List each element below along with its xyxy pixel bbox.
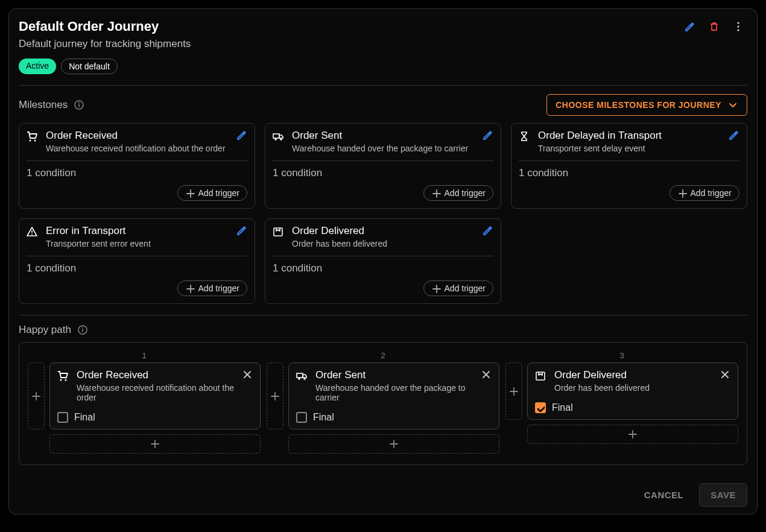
step-title: Order Delivered	[554, 369, 650, 381]
status-badges: Active Not default	[19, 59, 191, 74]
final-checkbox[interactable]	[296, 412, 307, 423]
step-desc: Warehouse handed over the package to car…	[315, 383, 481, 402]
edit-milestone-button[interactable]	[236, 130, 247, 141]
final-checkbox[interactable]	[57, 412, 68, 423]
header: Default Order Journey Default journey fo…	[19, 19, 747, 74]
cart-icon	[57, 370, 69, 382]
happy-path-row: 1 Order Received Warehouse received noti…	[19, 342, 747, 465]
remove-step-button[interactable]	[481, 369, 492, 380]
milestone-title: Order Received	[46, 130, 226, 142]
warning-icon	[27, 226, 39, 238]
package-icon	[273, 226, 285, 238]
package-icon	[535, 370, 547, 382]
milestone-desc: Order has been delivered	[292, 239, 387, 249]
save-button[interactable]: SAVE	[699, 483, 747, 507]
happy-path-step: 2 Order Sent Warehouse handed over the p…	[267, 351, 499, 454]
milestone-desc: Transporter sent error event	[46, 239, 151, 249]
final-toggle[interactable]: Final	[535, 402, 730, 413]
badge-not-default: Not default	[61, 59, 118, 74]
milestone-card: Order Delayed in Transport Transporter s…	[511, 123, 747, 209]
step-card: Order Received Warehouse received notifi…	[49, 363, 261, 429]
milestone-desc: Warehouse received notification about th…	[46, 144, 226, 153]
happy-path-scroll[interactable]: 1 Order Received Warehouse received noti…	[19, 342, 747, 471]
step-desc: Warehouse received notification about th…	[77, 383, 242, 402]
plus-icon	[431, 188, 441, 198]
milestone-title: Order Delayed in Transport	[538, 130, 662, 142]
edit-milestone-button[interactable]	[236, 225, 247, 236]
milestone-card: Order Sent Warehouse handed over the pac…	[265, 123, 501, 209]
footer: CANCEL SAVE	[19, 483, 747, 507]
cart-icon	[27, 131, 39, 143]
choose-milestones-button[interactable]: CHOOSE MILESTONES FOR JOURNEY	[546, 94, 747, 116]
more-menu-button[interactable]	[733, 21, 744, 32]
add-trigger-button[interactable]: Add trigger	[177, 280, 247, 296]
add-step-below-button[interactable]	[527, 425, 738, 444]
milestone-desc: Transporter sent delay event	[538, 144, 662, 153]
milestone-card: Order Received Warehouse received notifi…	[19, 123, 255, 209]
milestone-card: Error in Transport Transporter sent erro…	[19, 218, 255, 304]
cancel-button[interactable]: CANCEL	[636, 484, 692, 506]
chevron-down-icon	[727, 100, 738, 110]
divider	[19, 85, 747, 86]
milestone-desc: Warehouse handed over the package to car…	[292, 144, 468, 153]
step-title: Order Received	[77, 369, 242, 381]
milestones-grid: Order Received Warehouse received notifi…	[19, 123, 747, 304]
add-trigger-button[interactable]: Add trigger	[177, 185, 247, 201]
milestone-condition: 1 condition	[519, 167, 739, 179]
truck-icon	[273, 131, 285, 143]
milestone-title: Order Sent	[292, 130, 468, 142]
milestone-card: Order Delivered Order has been delivered…	[265, 218, 501, 304]
milestones-header: Milestones CHOOSE MILESTONES FOR JOURNEY	[19, 94, 747, 116]
plus-icon	[431, 283, 441, 293]
final-toggle[interactable]: Final	[296, 412, 492, 423]
plus-icon	[185, 283, 195, 293]
edit-milestone-button[interactable]	[483, 225, 493, 236]
add-trigger-button[interactable]: Add trigger	[669, 185, 739, 201]
add-step-before-button[interactable]	[28, 363, 45, 429]
hourglass-icon	[519, 131, 531, 143]
info-icon[interactable]	[74, 100, 84, 110]
step-card: Order Sent Warehouse handed over the pac…	[288, 363, 499, 429]
happy-path-title: Happy path	[19, 324, 88, 336]
final-checkbox[interactable]	[535, 402, 546, 413]
remove-step-button[interactable]	[720, 369, 730, 380]
milestone-condition: 1 condition	[273, 262, 493, 274]
happy-path-step: 1 Order Received Warehouse received noti…	[28, 351, 261, 454]
header-actions	[685, 19, 747, 32]
step-number: 2	[267, 351, 499, 360]
badge-active: Active	[19, 59, 56, 74]
milestone-condition: 1 condition	[27, 167, 247, 179]
milestone-condition: 1 condition	[27, 262, 247, 274]
journey-panel: Default Order Journey Default journey fo…	[8, 8, 758, 515]
step-title: Order Sent	[315, 369, 481, 381]
truck-icon	[296, 370, 308, 382]
add-step-below-button[interactable]	[49, 434, 261, 454]
add-trigger-button[interactable]: Add trigger	[423, 280, 493, 296]
page-subtitle: Default journey for tracking shipments	[19, 38, 191, 50]
add-trigger-button[interactable]: Add trigger	[423, 185, 493, 201]
edit-milestone-button[interactable]	[483, 130, 493, 141]
step-desc: Order has been delivered	[554, 383, 650, 393]
add-step-before-button[interactable]	[267, 363, 283, 429]
edit-button[interactable]	[685, 21, 695, 32]
step-card: Order Delivered Order has been delivered…	[527, 363, 738, 420]
happy-path-step: 3 Order Delivered Order has been deliver…	[505, 351, 738, 454]
plus-icon	[185, 188, 195, 198]
plus-icon	[677, 188, 687, 198]
add-step-below-button[interactable]	[288, 434, 499, 454]
step-number: 3	[505, 351, 738, 360]
add-step-before-button[interactable]	[505, 363, 522, 420]
info-icon[interactable]	[77, 325, 88, 335]
divider	[19, 315, 747, 315]
milestone-title: Order Delivered	[292, 225, 387, 237]
final-toggle[interactable]: Final	[57, 412, 253, 423]
step-number: 1	[28, 351, 261, 360]
happy-path-header: Happy path	[19, 324, 747, 336]
page-title: Default Order Journey	[19, 19, 191, 34]
milestones-title: Milestones	[19, 99, 84, 111]
delete-button[interactable]	[709, 21, 720, 32]
milestone-title: Error in Transport	[46, 225, 151, 237]
remove-step-button[interactable]	[242, 369, 253, 380]
edit-milestone-button[interactable]	[729, 130, 739, 141]
milestone-condition: 1 condition	[273, 167, 493, 179]
